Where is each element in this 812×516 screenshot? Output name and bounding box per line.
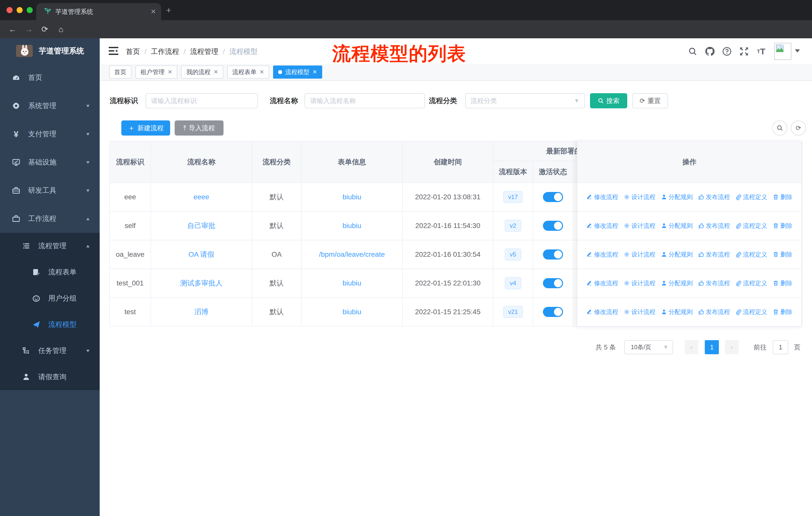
help-icon[interactable] [721, 45, 733, 57]
breadcrumb-item[interactable]: 流程管理 [190, 47, 219, 56]
delete-link[interactable]: 删除 [773, 222, 792, 230]
sidebar-item-dev[interactable]: 研发工具 ▼ [0, 176, 100, 205]
window-zoom-button[interactable] [27, 7, 33, 13]
process-definition-link[interactable]: 流程定义 [735, 222, 767, 230]
window-close-button[interactable] [6, 7, 12, 13]
toggle-search-button[interactable] [772, 120, 787, 136]
cell-form-link[interactable]: biubiu [343, 279, 361, 287]
cell-form-link[interactable]: biubiu [343, 193, 361, 201]
cell-process-name-link[interactable]: 测试多审批人 [180, 279, 223, 287]
active-toggle[interactable] [543, 249, 563, 260]
design-process-link[interactable]: 设计流程 [624, 193, 656, 201]
design-process-link[interactable]: 设计流程 [624, 250, 656, 259]
breadcrumb-item[interactable]: 首页 [126, 47, 140, 56]
browser-tab[interactable]: 芋道管理系统 ✕ [36, 3, 161, 20]
tab-close-icon[interactable]: ✕ [150, 8, 156, 16]
sidebar-item-process-mgmt[interactable]: 流程管理 ▲ [0, 233, 100, 259]
modify-process-link[interactable]: 修改流程 [586, 308, 618, 316]
tag-my-process[interactable]: 我的流程✕ [181, 65, 223, 79]
publish-process-link[interactable]: 发布流程 [698, 279, 730, 287]
tag-process-form[interactable]: 流程表单✕ [227, 65, 269, 79]
sidebar-item-leave-query[interactable]: 请假查询 [0, 364, 100, 390]
sidebar-item-task-mgmt[interactable]: 任务管理 ▼ [0, 337, 100, 364]
modify-process-link[interactable]: 修改流程 [586, 193, 618, 201]
search-button[interactable]: 搜索 [590, 93, 627, 108]
cell-form-link[interactable]: /bpm/oa/leave/create [319, 250, 385, 258]
collapse-sidebar-icon[interactable] [109, 46, 118, 55]
assign-rule-link[interactable]: 分配规则 [661, 222, 693, 230]
cell-form-link[interactable]: biubiu [343, 222, 361, 229]
design-process-link[interactable]: 设计流程 [624, 222, 656, 230]
design-process-link[interactable]: 设计流程 [624, 279, 656, 287]
sidebar-item-workflow[interactable]: 工作流程 ▲ [0, 205, 100, 233]
search-icon[interactable] [687, 45, 699, 57]
tag-process-model[interactable]: 流程模型✕ [273, 65, 322, 79]
sidebar-item-pay[interactable]: ¥ 支付管理 ▼ [0, 120, 100, 148]
create-process-button[interactable]: ＋ 新建流程 [121, 120, 170, 136]
sidebar-item-process-form[interactable]: 流程表单 [0, 259, 100, 285]
process-definition-link[interactable]: 流程定义 [735, 193, 767, 201]
tag-close-icon[interactable]: ✕ [312, 69, 317, 75]
new-tab-button[interactable]: + [166, 5, 171, 15]
current-page-button[interactable]: 1 [705, 340, 719, 354]
cell-process-name-link[interactable]: OA 请假 [188, 250, 214, 258]
tag-close-icon[interactable]: ✕ [213, 69, 218, 75]
tag-close-icon[interactable]: ✕ [168, 69, 172, 75]
window-minimize-button[interactable] [17, 7, 23, 13]
page-size-select[interactable]: 10条/页 ▼ [624, 340, 673, 354]
active-toggle[interactable] [543, 278, 563, 288]
assign-rule-link[interactable]: 分配规则 [661, 308, 693, 316]
github-icon[interactable] [704, 45, 716, 57]
avatar-caret-icon[interactable] [795, 49, 800, 52]
forward-icon[interactable]: → [23, 24, 34, 35]
back-icon[interactable]: ← [7, 24, 18, 35]
assign-rule-link[interactable]: 分配规则 [661, 279, 693, 287]
sidebar-item-system[interactable]: 系统管理 ▼ [0, 92, 100, 120]
goto-page-input[interactable]: 1 [773, 340, 788, 354]
delete-link[interactable]: 删除 [773, 279, 792, 287]
active-toggle[interactable] [543, 221, 563, 231]
breadcrumb-item[interactable]: 工作流程 [151, 47, 179, 56]
cell-form-link[interactable]: biubiu [343, 308, 361, 316]
sidebar-item-process-model[interactable]: 流程模型 [0, 311, 100, 337]
sidebar-brand[interactable]: 芋道管理系统 [0, 38, 100, 63]
fullscreen-icon[interactable] [738, 45, 750, 57]
modify-process-link[interactable]: 修改流程 [586, 250, 618, 259]
user-avatar[interactable] [774, 43, 791, 60]
assign-rule-link[interactable]: 分配规则 [661, 250, 693, 259]
sidebar-item-user-group[interactable]: 用户分组 [0, 285, 100, 311]
modify-process-link[interactable]: 修改流程 [586, 222, 618, 230]
cell-process-name-link[interactable]: eeee [194, 193, 209, 201]
import-process-button[interactable]: ⤒ 导入流程 [175, 120, 224, 136]
reset-button[interactable]: ⟳ 重置 [632, 93, 668, 108]
process-definition-link[interactable]: 流程定义 [735, 279, 767, 287]
process-definition-link[interactable]: 流程定义 [735, 308, 767, 316]
delete-link[interactable]: 删除 [773, 308, 792, 316]
publish-process-link[interactable]: 发布流程 [698, 250, 730, 259]
filter-id-input[interactable]: 请输入流程标识 [145, 93, 258, 108]
sidebar-item-home[interactable]: 首页 [0, 63, 100, 92]
filter-category-select[interactable]: 流程分类 ▼ [465, 93, 585, 108]
publish-process-link[interactable]: 发布流程 [698, 222, 730, 230]
sidebar-item-infra[interactable]: 基础设施 ▼ [0, 148, 100, 176]
design-process-link[interactable]: 设计流程 [624, 308, 656, 316]
publish-process-link[interactable]: 发布流程 [698, 193, 730, 201]
font-size-icon[interactable]: TT [755, 45, 767, 57]
tag-home[interactable]: 首页 [109, 65, 132, 79]
assign-rule-link[interactable]: 分配规则 [661, 193, 693, 201]
home-icon[interactable]: ⌂ [55, 24, 66, 35]
delete-link[interactable]: 删除 [773, 250, 792, 259]
process-definition-link[interactable]: 流程定义 [735, 250, 767, 259]
cell-process-name-link[interactable]: 滔博 [194, 308, 208, 316]
refresh-table-button[interactable]: ⟳ [791, 120, 806, 136]
prev-page-button[interactable]: ‹ [685, 340, 698, 354]
reload-icon[interactable]: ⟳ [39, 24, 50, 35]
tag-tenant[interactable]: 租户管理✕ [136, 65, 177, 79]
cell-process-name-link[interactable]: 自己审批 [187, 222, 215, 229]
publish-process-link[interactable]: 发布流程 [698, 308, 730, 316]
tag-close-icon[interactable]: ✕ [260, 69, 264, 75]
delete-link[interactable]: 删除 [773, 193, 792, 201]
filter-name-input[interactable]: 请输入流程名称 [304, 93, 425, 108]
modify-process-link[interactable]: 修改流程 [586, 279, 618, 287]
active-toggle[interactable] [543, 192, 563, 202]
